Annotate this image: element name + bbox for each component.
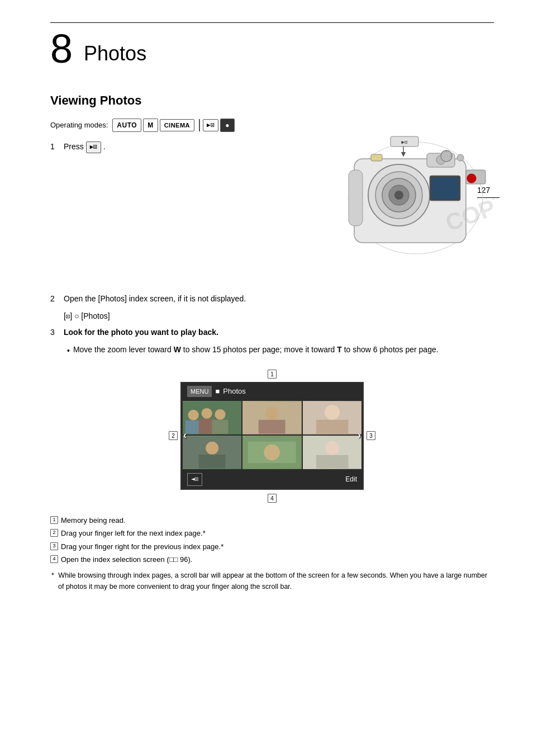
asterisk-note: * While browsing through index pages, a …: [50, 570, 494, 592]
svg-point-43: [325, 441, 339, 455]
photos-label: Photos: [223, 386, 245, 397]
section-title: Viewing Photos: [50, 91, 494, 110]
footnote-1: 1 Memory being read.: [50, 515, 494, 526]
footnote-num-2: 2: [50, 529, 58, 537]
svg-point-6: [394, 191, 403, 200]
svg-rect-35: [316, 420, 348, 434]
content-area: 1 Press ▶⊡ .: [50, 141, 494, 592]
diagram-label-1: 1: [268, 370, 277, 379]
footnote-4: 4 Open the index selection screen (□□ 96…: [50, 554, 494, 565]
svg-text:▶⊡: ▶⊡: [402, 139, 408, 145]
svg-rect-29: [212, 420, 229, 434]
mode-auto: AUTO: [112, 119, 141, 132]
mode-playback: ▶⊡: [203, 119, 218, 132]
menu-label: MENU: [187, 386, 212, 398]
photo-thumb-3: [303, 401, 361, 434]
diagram-label-3: 3: [367, 431, 375, 440]
photo-grid: [182, 400, 363, 470]
footnote-text-1: Memory being read.: [61, 515, 126, 526]
step-3-content: Look for the photo you want to play back…: [64, 327, 494, 338]
photo-icon-screen: ■: [215, 386, 220, 397]
photo-thumb-1: [183, 401, 241, 434]
svg-point-34: [325, 405, 340, 420]
bullet-dot: •: [67, 345, 70, 357]
footnote-num-1: 1: [50, 516, 58, 524]
camera-illustration: ▶⊡ COPY: [337, 125, 494, 271]
footnote-text-4: Open the index selection screen (□□ 96).: [61, 554, 192, 565]
svg-point-13: [457, 154, 464, 161]
photo-thumb-4: [183, 436, 241, 469]
footnote-3: 3 Drag your finger right for the previou…: [50, 541, 494, 552]
screen-header: MENU ■ Photos: [182, 383, 363, 400]
footnotes: 1 Memory being read. 2 Drag your finger …: [50, 515, 494, 565]
bullet-text: Move the zoom lever toward W to show 15 …: [73, 344, 439, 356]
operating-modes-label: Operating modes:: [50, 120, 108, 131]
asterisk-symbol: *: [51, 571, 54, 579]
svg-point-41: [264, 445, 280, 461]
svg-point-31: [266, 407, 279, 420]
screen-footer: ◄⊡ Edit: [182, 470, 363, 489]
step-2-content: Open the [Photos] index screen, if it is…: [64, 293, 494, 305]
sub-step-2a: [⊡] ○ [Photos]: [64, 310, 494, 322]
press-icon-1: ▶⊡: [86, 141, 101, 153]
svg-point-37: [206, 442, 218, 455]
svg-rect-11: [431, 177, 459, 199]
chapter-header: 8 Photos: [50, 33, 494, 69]
page-container: 8 Photos 127 Viewing Photos Operating mo…: [0, 0, 533, 756]
screen-right-arrow: ›: [358, 428, 361, 443]
svg-rect-38: [199, 455, 226, 469]
mode-cinema: CINEMA: [160, 119, 194, 132]
svg-rect-17: [371, 154, 382, 161]
svg-rect-32: [259, 420, 285, 434]
svg-point-26: [215, 409, 225, 420]
photo-thumb-2: [242, 401, 301, 434]
step-2-number: 2: [50, 293, 64, 305]
mode-m: M: [143, 119, 158, 132]
mode-camera: ●: [220, 119, 235, 132]
bullet-zoom: • Move the zoom lever toward W to show 1…: [67, 344, 494, 357]
diagram-label-4: 4: [268, 494, 277, 503]
step-2: 2 Open the [Photos] index screen, if it …: [50, 293, 494, 305]
svg-point-18: [467, 174, 476, 183]
footnote-num-4: 4: [50, 555, 58, 563]
svg-point-25: [202, 408, 212, 419]
photo-thumb-6: [303, 436, 361, 469]
mode-divider: [199, 119, 200, 131]
footnote-text-3: Drag your finger right for the previous …: [61, 541, 223, 552]
chapter-number: 8: [50, 29, 73, 69]
screen-left-arrow: ‹: [183, 428, 187, 443]
step-3: 3 Look for the photo you want to play ba…: [50, 327, 494, 338]
footnote-2: 2 Drag your finger left for the next ind…: [50, 528, 494, 539]
step-1-number: 1: [50, 141, 64, 153]
diagram-label-2: 2: [169, 431, 178, 440]
screen-diagram: 1 2 MENU ■ Photos: [166, 368, 378, 504]
footer-left-icon: ◄⊡: [187, 473, 202, 486]
photo-thumb-5: [242, 436, 301, 469]
footnote-num-3: 3: [50, 542, 58, 550]
camera-illustration-area: ▶⊡ COPY: [50, 159, 494, 287]
asterisk-text: While browsing through index pages, a sc…: [58, 571, 487, 590]
svg-point-24: [188, 410, 199, 420]
chapter-title: Photos: [84, 33, 146, 69]
screen-content: MENU ■ Photos: [180, 382, 364, 490]
svg-rect-12: [349, 170, 363, 226]
footnote-text-2: Drag your finger left for the next index…: [61, 528, 206, 539]
svg-rect-44: [316, 455, 348, 469]
step-3-number: 3: [50, 327, 64, 338]
footer-edit-label: Edit: [345, 474, 357, 484]
top-divider: [50, 22, 494, 23]
